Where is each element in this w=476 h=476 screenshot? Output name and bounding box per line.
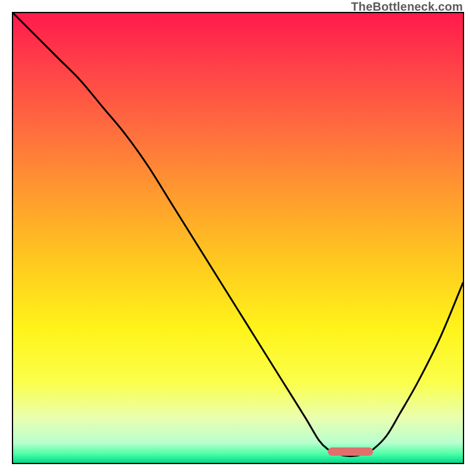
optimal-range-marker (328, 447, 373, 456)
plot-area (12, 12, 464, 464)
bottleneck-curve-line (13, 13, 463, 463)
chart-frame: TheBottleneck.com (0, 0, 476, 476)
